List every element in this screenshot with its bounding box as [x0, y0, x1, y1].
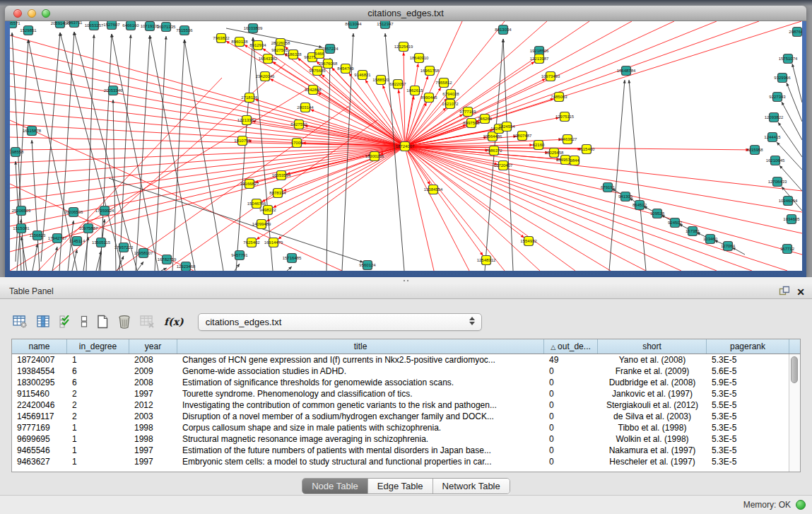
- graph-node-label: 15751074: [779, 57, 798, 61]
- dropdown-stepper-icon: [469, 317, 475, 325]
- table-mode-icon[interactable]: [13, 315, 28, 328]
- graph-node-label: 10807487: [513, 134, 532, 138]
- graph-node-label: 1515081: [13, 226, 30, 230]
- graph-node-label: 62160: [533, 143, 545, 147]
- table-cell: 0: [544, 433, 598, 445]
- graph-node-label: 12213987: [530, 57, 549, 61]
- graph-node-label: 109528: [650, 211, 665, 216]
- graph-node-label: 16961758: [420, 69, 440, 73]
- graph-node-label: 16914479: [264, 240, 283, 245]
- table-row[interactable]: 977716911998Corpus callosum shape and si…: [12, 422, 800, 433]
- panel-divider[interactable]: [0, 277, 812, 284]
- graph-node-label: 9115460: [579, 147, 596, 151]
- table-panel-title: Table Panel: [0, 284, 812, 298]
- show-columns-icon[interactable]: [37, 315, 50, 328]
- window-titlebar[interactable]: citations_edges.txt: [5, 6, 806, 21]
- table-row[interactable]: 946362711997Embryonic stem cells: a mode…: [12, 456, 800, 467]
- table-cell: Estimation of the future numbers of pati…: [177, 445, 544, 456]
- table-row[interactable]: 2242004622012Investigating the contribut…: [12, 399, 800, 411]
- table-row[interactable]: 1456911722003Disruption of a novel membe…: [12, 411, 800, 422]
- column-header[interactable]: year: [129, 339, 177, 354]
- graph-node-label: 1244415: [764, 135, 781, 139]
- graph-node-label: 17942737: [48, 236, 67, 240]
- tab-edge-table[interactable]: Edge Table: [368, 479, 433, 493]
- graph-node-label: 16353594: [272, 173, 291, 177]
- graph-node-label: 1512347: [377, 22, 394, 26]
- close-window-button[interactable]: [13, 9, 22, 18]
- table-body: 1872400712008Changes of HCN gene express…: [12, 354, 800, 467]
- tab-node-table[interactable]: Node Table: [302, 479, 368, 493]
- graph-node-label: 9242848: [305, 88, 322, 92]
- graph-node-label: 18300295: [365, 154, 384, 158]
- graph-node-label: 17359924: [95, 209, 114, 213]
- column-header[interactable]: short: [598, 339, 707, 354]
- table-cell: 18300295: [12, 377, 67, 388]
- graph-node-label: 19463627: [558, 137, 577, 141]
- table-row[interactable]: 1938455462009Genome-wide association stu…: [12, 366, 800, 377]
- graph-node-label: 16720407: [494, 163, 513, 168]
- table-cell: 5.3E-5: [707, 422, 789, 433]
- column-header[interactable]: △out_de...: [544, 339, 598, 354]
- graph-node-label: 12548312: [477, 258, 496, 262]
- table-toolbar: f(x) citations_edges.txt: [13, 310, 812, 333]
- graph-node-label: 9875685: [309, 69, 326, 73]
- table-cell: Jankovic et al. (1997): [598, 388, 707, 399]
- graph-node-label: 16543382: [259, 57, 278, 61]
- table-row[interactable]: 911546021997Tourette syndrome. Phenomeno…: [12, 388, 800, 399]
- graph-node-label: 2087646: [789, 30, 802, 34]
- table-row[interactable]: 1830029562008Estimation of significance …: [12, 377, 800, 388]
- network-view-window: citations_edges.txt 94055711529851205914…: [5, 6, 806, 277]
- column-header[interactable]: name: [12, 339, 67, 354]
- network-canvas[interactable]: 9405571152985120591406296371110653257152…: [10, 21, 802, 271]
- table-row[interactable]: 946554611997Estimation of the future num…: [12, 445, 800, 456]
- table-cell: de Silva et al. (2003): [598, 411, 707, 422]
- graph-node-label: 10975887: [79, 226, 98, 230]
- table-cell: 1998: [129, 422, 177, 433]
- delete-column-icon[interactable]: [118, 315, 131, 329]
- zoom-window-button[interactable]: [42, 9, 50, 18]
- graph-node-label: 8960128: [231, 40, 248, 44]
- column-header[interactable]: pagerank: [707, 339, 789, 354]
- float-window-icon[interactable]: [779, 286, 789, 298]
- function-builder-icon[interactable]: f(x): [164, 316, 184, 327]
- new-column-icon[interactable]: [97, 315, 109, 329]
- table-selector-dropdown[interactable]: citations_edges.txt: [198, 313, 482, 331]
- table-cell: 9699695: [12, 433, 67, 445]
- graph-node-label: 20206536: [64, 210, 83, 214]
- memory-status-icon[interactable]: [796, 500, 806, 510]
- table-cell: 1998: [129, 433, 177, 445]
- column-header[interactable]: in_degree: [67, 339, 129, 354]
- graph-node-label: 17006: [291, 141, 303, 145]
- table-cell: 9777169: [12, 422, 67, 433]
- graph-node-label: 924502: [668, 221, 683, 225]
- tab-network-table[interactable]: Network Table: [433, 479, 510, 493]
- table-cell: 14569117: [12, 411, 67, 422]
- table-cell: 1: [67, 445, 129, 456]
- table-cell: 1: [67, 422, 129, 433]
- table-cell: Investigating the contribution of common…: [177, 399, 544, 411]
- minimize-window-button[interactable]: [28, 9, 36, 18]
- window-title: citations_edges.txt: [5, 6, 806, 21]
- select-all-columns-icon[interactable]: [59, 315, 71, 328]
- graph-node-label: 8912934: [249, 43, 266, 47]
- table-cell: Genome-wide association studies in ADHD.: [177, 366, 544, 377]
- table-cell: 1997: [129, 456, 177, 467]
- graph-node-label: 8878334: [269, 191, 286, 195]
- unselect-all-columns-icon[interactable]: [81, 315, 88, 328]
- scrollbar-thumb[interactable]: [791, 356, 798, 383]
- graph-node-label: 16115878: [23, 129, 42, 133]
- table-cell: Embryonic stem cells: a model to study s…: [177, 456, 544, 467]
- graph-node-label: 7515536: [176, 28, 193, 33]
- graph-node-label: 16071335: [157, 25, 176, 29]
- table-cell: 5.3E-5: [707, 445, 789, 456]
- table-cell: 2: [67, 399, 129, 411]
- table-cell: 5.3E-5: [707, 433, 789, 445]
- close-panel-icon[interactable]: ✕: [796, 286, 805, 298]
- table-row[interactable]: 969969511998Structural magnetic resonanc…: [12, 433, 800, 445]
- table-row[interactable]: 1872400712008Changes of HCN gene express…: [12, 354, 800, 366]
- table-scrollbar[interactable]: [789, 354, 800, 472]
- graph-node-label: 1588520: [372, 78, 389, 82]
- graph-node-label: 1145114: [69, 239, 86, 243]
- column-header[interactable]: title: [177, 339, 544, 354]
- table-selector-value: citations_edges.txt: [199, 317, 481, 327]
